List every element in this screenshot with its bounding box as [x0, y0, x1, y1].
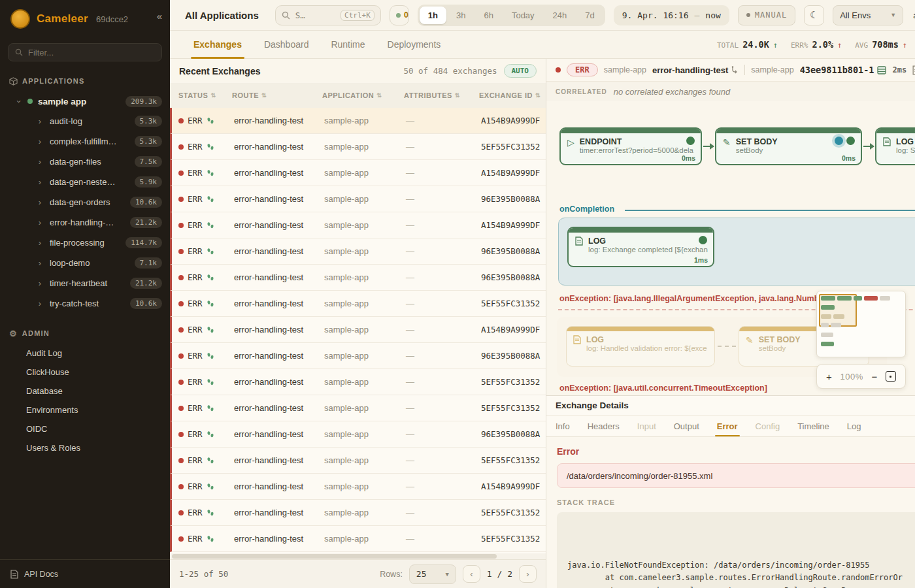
sidebar-item-complex-fulfillm[interactable]: ›complex-fulfillm…5.3k: [0, 131, 170, 152]
table-row[interactable]: ERRerror-handling-testsample-app—96E395B…: [170, 343, 546, 369]
exchange-id[interactable]: 43ee9811b801-1: [800, 65, 887, 75]
footprints-icon: [207, 457, 214, 465]
route-diagram[interactable]: ↓ JSON ▷ENDPOINTtimer:errorTest?period=5…: [546, 101, 915, 395]
table-row[interactable]: ERRerror-handling-testsample-app—5EF55FC…: [170, 369, 546, 395]
detail-route-link[interactable]: error-handling-test: [652, 65, 739, 75]
chevron-down-icon[interactable]: ›: [16, 97, 22, 106]
column-header-route[interactable]: ROUTE⇅: [224, 91, 314, 99]
sidebar-item-error-handling-[interactable]: ›error-handling-…21.2k: [0, 212, 170, 233]
sample-app-count: 209.3k: [125, 96, 162, 107]
table-row[interactable]: ERRerror-handling-testsample-app—96E395B…: [170, 421, 546, 448]
cell-exchange-id: 96E395B0088A: [473, 194, 546, 204]
auto-badge[interactable]: AUTO: [504, 64, 537, 78]
hscroll-thumb[interactable]: [172, 554, 497, 559]
table-row[interactable]: ERRerror-handling-testsample-app—5EF55FC…: [170, 395, 546, 421]
time-range-today[interactable]: Today: [503, 7, 543, 24]
details-tab-info[interactable]: Info: [556, 416, 570, 436]
details-tab-log[interactable]: Log: [847, 416, 861, 436]
diagram-node-set-body[interactable]: ✎SET BODYsetBody0ms: [715, 127, 862, 165]
sidebar-item-data-gen-neste[interactable]: ›data-gen-neste…5.9k: [0, 172, 170, 192]
error-dot: [178, 197, 184, 202]
tab-runtime[interactable]: Runtime: [331, 31, 365, 58]
sidebar-item-sample-app[interactable]: › sample app 209.3k: [0, 91, 170, 111]
rows-per-page-select[interactable]: 25 ▼: [409, 564, 456, 584]
prev-page-button[interactable]: ‹: [463, 565, 480, 583]
zoom-in-button[interactable]: +: [826, 371, 832, 382]
diagram-node-log[interactable]: LOGlog: Handled validation error: ${exce: [566, 326, 715, 367]
applications-header-label: APPLICATIONS: [22, 77, 84, 85]
sidebar-item-environments[interactable]: Environments: [0, 400, 170, 419]
search-input[interactable]: S… Ctrl+K: [275, 5, 381, 25]
tab-exchanges[interactable]: Exchanges: [193, 31, 242, 58]
live-indicator[interactable]: O: [390, 5, 409, 25]
dark-mode-toggle[interactable]: ☾: [804, 5, 824, 25]
time-range-1h[interactable]: 1h: [420, 7, 446, 24]
zoom-out-button[interactable]: −: [871, 371, 877, 382]
diagram-node-log[interactable]: LOGlog: Sta: [875, 127, 915, 165]
sidebar-item-data-gen-files[interactable]: ›data-gen-files7.5k: [0, 152, 170, 172]
column-header-exchange-id[interactable]: EXCHANGE ID⇅: [471, 91, 546, 99]
time-range-7d[interactable]: 7d: [576, 7, 603, 24]
time-range-3h[interactable]: 3h: [448, 7, 474, 24]
column-header-status[interactable]: STATUS⇅: [170, 91, 224, 99]
document-icon[interactable]: [912, 65, 915, 75]
sort-icon: ⇅: [376, 92, 382, 99]
sidebar-collapse-icon[interactable]: «: [157, 10, 162, 22]
rows-label: Rows:: [380, 570, 403, 579]
diagram-node-endpoint[interactable]: ▷ENDPOINTtimer:errorTest?period=5000&del…: [559, 127, 702, 165]
sidebar-item-database[interactable]: Database: [0, 382, 170, 400]
table-row[interactable]: ERRerror-handling-testsample-app—96E395B…: [170, 265, 546, 291]
table-row[interactable]: ERRerror-handling-testsample-app—A154B9A…: [170, 474, 546, 500]
details-tab-timeline[interactable]: Timeline: [797, 416, 829, 436]
details-tab-output[interactable]: Output: [674, 416, 699, 436]
table-row[interactable]: ERRerror-handling-testsample-app—5EF55FC…: [170, 291, 546, 317]
sidebar-item-clickhouse[interactable]: ClickHouse: [0, 363, 170, 382]
table-row[interactable]: ERRerror-handling-testsample-app—5EF55FC…: [170, 448, 546, 474]
tab-deployments[interactable]: Deployments: [388, 31, 441, 58]
details-tab-input[interactable]: Input: [637, 416, 656, 436]
table-row[interactable]: ERRerror-handling-testsample-app—5EF55FC…: [170, 134, 546, 160]
node-subtitle: setBody: [759, 344, 801, 352]
details-tab-config[interactable]: Config: [756, 416, 780, 436]
tab-dashboard[interactable]: Dashboard: [264, 31, 309, 58]
sidebar-item-audit-log[interactable]: ›audit-log5.3k: [0, 111, 170, 131]
sidebar-item-try-catch-test[interactable]: ›try-catch-test10.6k: [0, 293, 170, 314]
sidebar-item-api-docs[interactable]: API Docs: [0, 559, 170, 588]
table-row[interactable]: ERRerror-handling-testsample-app—96E395B…: [170, 238, 546, 265]
table-row[interactable]: ERRerror-handling-testsample-app—A154B9A…: [170, 212, 546, 238]
fit-view-button[interactable]: [886, 371, 896, 382]
sidebar-item-timer-heartbeat[interactable]: ›timer-heartbeat21.2k: [0, 273, 170, 293]
sidebar-filter-input[interactable]: Filter...: [8, 43, 162, 61]
table-row[interactable]: ERRerror-handling-testsample-app—A154B9A…: [170, 160, 546, 186]
time-range-6h[interactable]: 6h: [475, 7, 501, 24]
duration-label: 2ms: [892, 65, 907, 74]
date-range-picker[interactable]: 9. Apr. 16:16 — now: [614, 5, 729, 25]
sidebar-item-users-roles[interactable]: Users & Roles: [0, 438, 170, 457]
table-row[interactable]: ERRerror-handling-testsample-app—96E395B…: [170, 186, 546, 212]
time-range-24h[interactable]: 24h: [544, 7, 576, 24]
table-row[interactable]: ERRerror-handling-testsample-app—A154B9A…: [170, 108, 546, 134]
sidebar-item-file-processing[interactable]: ›file-processing114.7k: [0, 233, 170, 253]
stat-total: TOTAL24.0K↑: [717, 39, 778, 50]
sidebar-item-oidc[interactable]: OIDC: [0, 419, 170, 438]
table-row[interactable]: ERRerror-handling-testsample-app—5EF55FC…: [170, 526, 546, 552]
next-page-button[interactable]: ›: [519, 565, 537, 583]
details-tab-error[interactable]: Error: [717, 416, 738, 436]
column-header-application[interactable]: APPLICATION⇅: [314, 91, 395, 99]
table-row[interactable]: ERRerror-handling-testsample-app—A154B9A…: [170, 317, 546, 343]
status-text: ERR: [188, 482, 203, 491]
sidebar-item-loop-demo[interactable]: ›loop-demo7.1k: [0, 253, 170, 273]
chevron-right-icon: ›: [37, 116, 43, 126]
node-status-dot: [699, 236, 707, 244]
footprints-icon: [207, 248, 214, 255]
diagram-node-log[interactable]: LOGlog: Exchange completed [${exchan1ms: [567, 227, 714, 267]
table-icon: [877, 66, 886, 74]
details-tab-headers[interactable]: Headers: [588, 416, 620, 436]
manual-refresh-button[interactable]: MANUAL: [738, 5, 795, 25]
column-header-attributes[interactable]: ATTRIBUTES⇅: [395, 91, 471, 99]
sidebar-item-data-gen-orders[interactable]: ›data-gen-orders10.6k: [0, 192, 170, 212]
table-row[interactable]: ERRerror-handling-testsample-app—5EF55FC…: [170, 500, 546, 526]
sidebar-item-audit-log[interactable]: Audit Log: [0, 344, 170, 363]
diagram-minimap[interactable]: [816, 291, 906, 357]
env-select[interactable]: All Envs ▼: [833, 5, 903, 25]
